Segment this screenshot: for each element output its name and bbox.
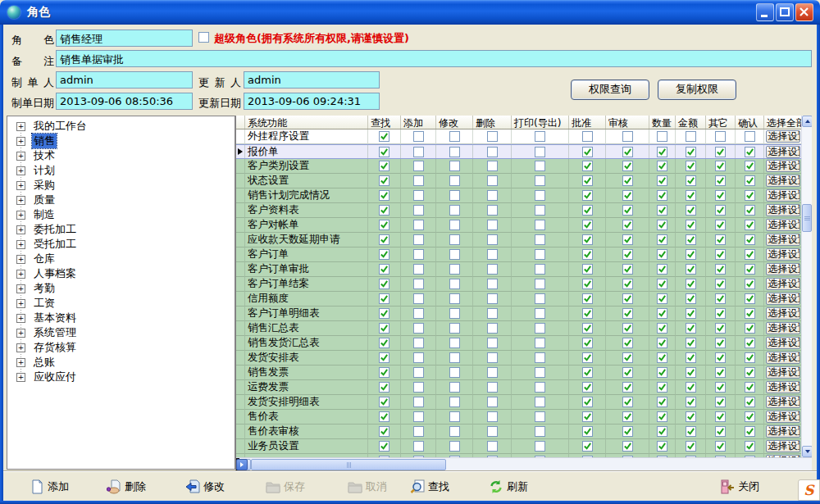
expand-plus-icon[interactable]: + — [16, 196, 25, 205]
permission-checkbox[interactable] — [745, 205, 755, 216]
permission-checkbox[interactable] — [413, 426, 424, 437]
row-select-button[interactable]: 选择设置 — [766, 278, 800, 290]
permission-checkbox[interactable] — [745, 411, 755, 422]
permission-checkbox[interactable] — [379, 279, 390, 289]
close-button[interactable] — [795, 3, 813, 21]
tree-item-label[interactable]: 工资 — [32, 296, 57, 311]
permission-checkbox[interactable] — [657, 131, 667, 142]
permission-checkbox[interactable] — [487, 161, 498, 171]
permission-checkbox[interactable] — [379, 323, 390, 334]
permission-checkbox[interactable] — [657, 426, 667, 437]
expand-plus-icon[interactable]: + — [16, 137, 25, 146]
grid-row[interactable]: 销售发货汇总表选择设置 — [236, 336, 802, 351]
permission-checkbox[interactable] — [535, 367, 545, 378]
permission-checkbox[interactable] — [686, 264, 696, 275]
permission-checkbox[interactable] — [622, 205, 633, 216]
permission-checkbox[interactable] — [449, 367, 460, 378]
permission-checkbox[interactable] — [657, 161, 667, 171]
permission-checkbox[interactable] — [686, 411, 696, 422]
permission-checkbox[interactable] — [413, 205, 424, 216]
permission-checkbox[interactable] — [535, 338, 545, 348]
permission-checkbox[interactable] — [379, 205, 390, 216]
permission-checkbox[interactable] — [622, 441, 633, 452]
permission-checkbox[interactable] — [745, 175, 755, 186]
permission-checkbox[interactable] — [715, 279, 726, 289]
permission-checkbox[interactable] — [487, 308, 498, 319]
expand-plus-icon[interactable]: + — [16, 211, 25, 220]
toolbar-button[interactable]: 查找 — [405, 475, 454, 497]
permission-checkbox[interactable] — [487, 175, 498, 186]
horizontal-scrollbar[interactable] — [236, 457, 812, 470]
creator-input[interactable]: admin — [56, 71, 193, 89]
grid-row[interactable]: 销售发票选择设置 — [236, 366, 802, 380]
row-select-button[interactable]: 选择设置 — [766, 307, 800, 320]
permission-checkbox[interactable] — [535, 279, 545, 289]
permission-checkbox[interactable] — [686, 249, 696, 260]
permission-checkbox[interactable] — [582, 279, 593, 289]
grid-row[interactable]: 销售计划完成情况选择设置 — [236, 188, 802, 203]
permission-checkbox[interactable] — [686, 220, 696, 230]
permission-checkbox[interactable] — [715, 175, 726, 186]
permission-checkbox[interactable] — [715, 147, 726, 157]
permission-checkbox[interactable] — [686, 161, 696, 171]
tree-item-label[interactable]: 计划 — [32, 163, 57, 178]
permission-checkbox[interactable] — [657, 175, 667, 186]
permission-checkbox[interactable] — [715, 220, 726, 230]
expand-plus-icon[interactable]: + — [16, 152, 25, 161]
permission-checkbox[interactable] — [449, 205, 460, 216]
grid-row[interactable]: 客户类别设置选择设置 — [236, 159, 802, 174]
permission-checkbox[interactable] — [449, 411, 460, 422]
grid-row[interactable]: 信用额度选择设置 — [236, 292, 802, 306]
permission-checkbox[interactable] — [487, 147, 498, 157]
permission-checkbox[interactable] — [622, 249, 633, 260]
row-select-button[interactable]: 选择设置 — [766, 234, 800, 246]
tree-item[interactable]: +基本资料 — [7, 311, 235, 325]
tree-item-label[interactable]: 基本资料 — [32, 311, 78, 325]
permission-checkbox[interactable] — [535, 426, 545, 437]
permission-checkbox[interactable] — [413, 367, 424, 378]
permission-checkbox[interactable] — [449, 382, 460, 393]
permission-checkbox[interactable] — [413, 161, 424, 171]
permission-checkbox[interactable] — [622, 338, 633, 348]
permission-checkbox[interactable] — [715, 308, 726, 319]
scroll-up-arrow-icon[interactable] — [802, 116, 812, 127]
permission-checkbox[interactable] — [745, 441, 755, 452]
permission-checkbox[interactable] — [715, 293, 726, 304]
permission-checkbox[interactable] — [622, 308, 633, 319]
expand-plus-icon[interactable]: + — [16, 358, 25, 367]
permission-checkbox[interactable] — [449, 190, 460, 201]
tree-item-label[interactable]: 制造 — [32, 207, 57, 222]
permission-checkbox[interactable] — [622, 147, 633, 157]
permission-checkbox[interactable] — [745, 161, 755, 171]
permission-checkbox[interactable] — [657, 249, 667, 260]
tree-item[interactable]: +委托加工 — [7, 222, 235, 237]
permission-checkbox[interactable] — [715, 161, 726, 171]
tree-item-label[interactable]: 应收应付 — [32, 370, 78, 384]
permission-checkbox[interactable] — [413, 190, 424, 201]
permission-checkbox[interactable] — [379, 264, 390, 275]
permission-checkbox[interactable] — [745, 147, 755, 157]
vertical-scroll-thumb[interactable] — [802, 204, 812, 232]
permission-checkbox[interactable] — [582, 293, 593, 304]
permission-checkbox[interactable] — [582, 175, 593, 186]
grid-row[interactable]: 客户订单审批选择设置 — [236, 262, 802, 277]
permission-checkbox[interactable] — [487, 131, 498, 142]
permission-checkbox[interactable] — [487, 234, 498, 245]
permission-checkbox[interactable] — [745, 279, 755, 289]
permission-checkbox[interactable] — [535, 382, 545, 393]
minimize-button[interactable] — [756, 3, 774, 21]
permission-checkbox[interactable] — [535, 190, 545, 201]
permission-checkbox[interactable] — [622, 279, 633, 289]
permission-checkbox[interactable] — [487, 220, 498, 230]
row-select-button[interactable]: 选择设置 — [766, 219, 800, 231]
permission-checkbox[interactable] — [657, 382, 667, 393]
permission-checkbox[interactable] — [449, 131, 460, 142]
permission-checkbox[interactable] — [657, 323, 667, 334]
permission-checkbox[interactable] — [535, 205, 545, 216]
permission-checkbox[interactable] — [657, 338, 667, 348]
permission-checkbox[interactable] — [379, 352, 390, 363]
permission-checkbox[interactable] — [622, 367, 633, 378]
permission-checkbox[interactable] — [413, 293, 424, 304]
permission-checkbox[interactable] — [582, 308, 593, 319]
permission-checkbox[interactable] — [686, 234, 696, 245]
